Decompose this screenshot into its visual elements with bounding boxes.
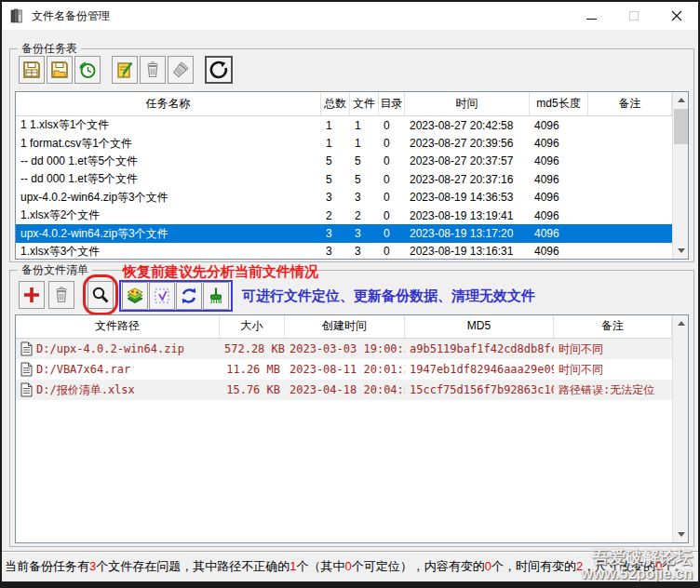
total-count: 3: [326, 191, 332, 204]
dir-count: 0: [384, 119, 390, 132]
total-count: 5: [326, 173, 332, 186]
close-icon: [671, 10, 682, 21]
save-as-backup-button[interactable]: [47, 56, 73, 84]
refresh-tasks-button[interactable]: [205, 56, 233, 84]
scrollbar-thumb[interactable]: [674, 109, 688, 144]
marquee-check-icon: [152, 286, 172, 306]
column-header[interactable]: 文件: [350, 92, 379, 115]
delete-file-button[interactable]: [48, 281, 74, 309]
column-header[interactable]: 目录: [379, 92, 405, 115]
dir-count: 0: [384, 245, 390, 258]
status-number: 0: [485, 559, 491, 573]
task-row[interactable]: 1 1.xlsx等1个文件1102023-08-27 20:42:584096: [16, 116, 672, 134]
task-row[interactable]: -- dd 000 1.et等5个文件5502023-08-27 20:37:1…: [16, 170, 672, 188]
backup-task-group-label: 备份任务表: [18, 42, 81, 56]
minimize-button[interactable]: [570, 2, 612, 30]
task-row[interactable]: -- dd 000 1.et等5个文件5502023-08-27 20:37:5…: [16, 153, 672, 170]
total-count: 3: [326, 227, 332, 240]
file-created: 2023-03-03 19:00:31: [289, 342, 405, 355]
file-row[interactable]: D:/upx-4.0.2-win64.zip572.28 KB2023-03-0…: [16, 339, 672, 359]
file-created: 2023-04-18 20:04:57: [289, 383, 405, 396]
select-files-button[interactable]: [149, 282, 175, 310]
file-size: 15.76 KB: [226, 383, 280, 396]
task-row[interactable]: upx-4.0.2-win64.zip等3个文件3302023-08-19 14…: [16, 189, 672, 207]
task-table-header: 任务名称总数文件目录时间md5长度备注: [16, 92, 672, 116]
task-table-body: 1 1.xlsx等1个文件1102023-08-27 20:42:5840961…: [16, 116, 672, 260]
column-header[interactable]: 时间: [405, 92, 530, 115]
file-note: 时间不同: [559, 362, 603, 378]
close-button[interactable]: [655, 2, 698, 30]
task-name: 1.xlsx等3个文件: [20, 245, 100, 258]
file-row[interactable]: D:/VBA7x64.rar11.26 MB2023-08-11 20:01:3…: [16, 359, 672, 380]
file-count: 3: [355, 191, 361, 204]
update-backup-data-button[interactable]: [176, 282, 202, 310]
refresh-icon: [209, 60, 229, 80]
dir-count: 0: [384, 227, 390, 240]
maximize-button: [612, 2, 655, 30]
task-row[interactable]: 1.xlsx等2个文件2202023-08-19 13:19:414096: [16, 207, 672, 224]
total-count: 5: [326, 154, 332, 167]
file-doc-icon: [20, 341, 33, 356]
backup-file-group-label: 备份文件清单: [18, 263, 92, 277]
watermark-line1: 吾爱破解论坛: [582, 549, 693, 567]
column-header[interactable]: 备注: [554, 315, 672, 338]
floppy-folder-icon: [49, 60, 70, 80]
task-row[interactable]: 1 format.csv等1个文件1102023-08-27 20:39:564…: [16, 134, 672, 152]
file-table-scrollbar[interactable]: [672, 315, 688, 542]
md5-length: 4096: [534, 173, 559, 186]
file-note: 路径错误:无法定位: [559, 382, 654, 398]
scroll-down-icon[interactable]: [673, 243, 689, 259]
md5-length: 4096: [534, 154, 559, 167]
dir-count: 0: [384, 137, 390, 150]
task-name: -- dd 000 1.et等5个文件: [20, 154, 138, 167]
file-path: D:/VBA7x64.rar: [36, 363, 130, 376]
file-note: 时间不同: [559, 341, 603, 357]
status-text: 个，时间有变的: [491, 559, 576, 573]
app-window: 文件名备份管理 备份任务表: [0, 0, 700, 588]
discard-task-button[interactable]: [168, 56, 194, 84]
window-title: 文件名备份管理: [32, 8, 110, 24]
task-name: 1 1.xlsx等1个文件: [20, 118, 109, 131]
column-header[interactable]: md5长度: [530, 92, 588, 115]
total-count: 1: [326, 119, 332, 132]
add-file-button[interactable]: [19, 281, 45, 309]
file-row[interactable]: D:/报价清单.xlsx15.76 KB2023-04-18 20:04:571…: [16, 380, 672, 400]
dir-count: 0: [384, 209, 390, 222]
edit-task-button[interactable]: [112, 56, 138, 84]
scroll-up-icon[interactable]: [673, 315, 689, 331]
scroll-down-icon[interactable]: [673, 527, 689, 542]
task-time: 2023-08-19 13:17:20: [410, 227, 513, 240]
file-count: 1: [355, 137, 361, 150]
app-books-icon: [9, 7, 26, 24]
scroll-up-icon[interactable]: [673, 92, 689, 108]
history-clock-icon: [77, 60, 98, 80]
column-header[interactable]: 任务名称: [16, 92, 321, 115]
md5-length: 4096: [534, 245, 559, 258]
file-doc-icon: [20, 362, 33, 377]
column-header[interactable]: 大小: [220, 315, 285, 338]
column-header[interactable]: 创建时间: [285, 315, 405, 338]
column-header[interactable]: 总数: [321, 92, 350, 115]
md5-length: 4096: [534, 119, 559, 132]
column-header[interactable]: MD5: [405, 315, 554, 338]
task-table-scrollbar[interactable]: [672, 92, 688, 259]
watermark-line2: www.52pojie.cn: [582, 567, 693, 582]
delete-task-button[interactable]: [140, 56, 166, 84]
column-header[interactable]: 文件路径: [16, 315, 220, 338]
clean-invalid-files-button[interactable]: [203, 282, 229, 310]
task-row[interactable]: upx-4.0.2-win64.zip等3个文件3302023-08-19 13…: [16, 224, 672, 242]
file-md5: 1947eb1df82946aaa29e0994d: [410, 363, 554, 376]
locate-file-button[interactable]: [88, 281, 114, 309]
sync-icon: [179, 286, 199, 306]
file-created: 2023-08-11 20:01:32: [289, 363, 405, 376]
task-time: 2023-08-27 20:37:16: [410, 173, 513, 186]
broom-icon: [206, 286, 226, 306]
column-header[interactable]: 备注: [588, 92, 672, 115]
task-time: 2023-08-27 20:39:56: [410, 137, 513, 150]
analyze-files-button[interactable]: [122, 282, 148, 310]
status-number: 0: [344, 559, 351, 573]
restore-history-button[interactable]: [74, 56, 101, 84]
task-time: 2023-08-27 20:37:57: [410, 154, 513, 167]
task-row[interactable]: 1.xlsx等3个文件3302023-08-19 13:16:314096: [16, 243, 672, 260]
save-backup-button[interactable]: [19, 56, 45, 84]
